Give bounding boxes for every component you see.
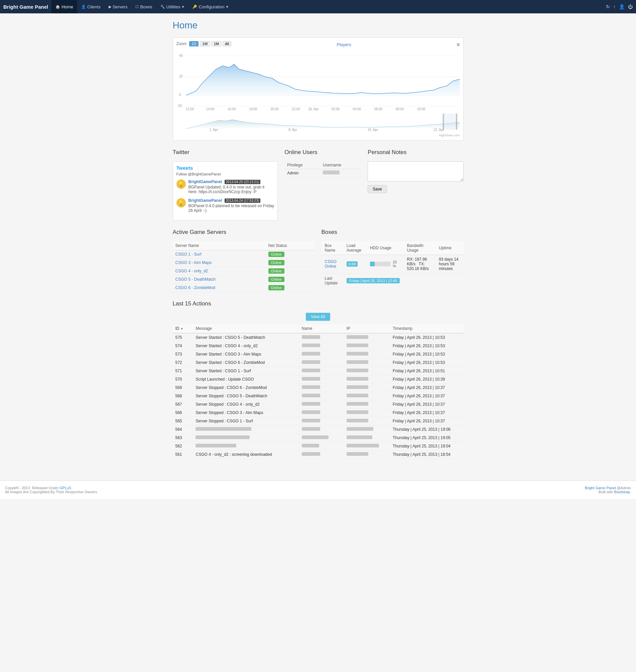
nav-boxes-label: Boxes — [140, 4, 152, 9]
tweet-date-1: 2013-04-24 (17:53:23) — [224, 198, 261, 203]
load-badge: 0.68 — [346, 261, 358, 266]
zoom-1w[interactable]: 1W — [200, 41, 210, 46]
user-icon[interactable]: 👤 — [619, 4, 624, 9]
action-row: 571 Server Started : CSGO 1 - Surf Frida… — [173, 367, 463, 375]
blurred-name — [302, 402, 320, 406]
last-update-label: Last Update — [321, 273, 343, 289]
nav-boxes[interactable]: ☐ Boxes — [131, 0, 156, 13]
tweet-icon-0: 💡 — [177, 179, 186, 189]
action-row: 562 Thursday | April 25, 2013 | 19:04 — [173, 442, 463, 451]
personal-notes-column: Personal Notes Save — [367, 149, 463, 220]
boxes-col-bw: Bandwith Usage — [404, 241, 436, 255]
server-row: CSGO 6 - ZombieMod Online — [173, 284, 315, 292]
footer-admin: @Admin — [617, 486, 631, 490]
blurred-ip — [346, 385, 368, 389]
action-message: Script Launched : Update CSGO — [193, 375, 299, 383]
action-message: Server Stopped : CSGO 5 - DeathMatch — [193, 392, 299, 400]
notes-textarea[interactable] — [367, 161, 463, 181]
action-row: 566 Server Stopped : CSGO 3 - Aim Maps F… — [173, 409, 463, 417]
blurred-msg — [196, 444, 236, 448]
blurred-ip — [346, 410, 368, 414]
box-load: 0.68 — [343, 255, 366, 273]
col-timestamp[interactable]: Timestamp — [390, 324, 463, 333]
action-timestamp: Friday | April 26, 2013 | 10:51 — [390, 367, 463, 375]
blurred-name — [302, 343, 320, 347]
action-timestamp: Thursday | April 25, 2013 | 18:54 — [390, 451, 463, 459]
tweet-1: 💡 BrightGamePanel 2013-04-24 (17:53:23) … — [177, 198, 274, 213]
online-users-table: Privilege Username Admin — [284, 161, 361, 177]
nav-home[interactable]: 🏠 Home — [52, 0, 77, 13]
nav-servers[interactable]: ▶ Servers — [105, 0, 132, 13]
chart-main-svg: 40 20 0 -20 12:00 14:00 16:00 18:0 — [177, 51, 460, 111]
server-name-link[interactable]: CSGO 3 - Aim Maps — [176, 260, 212, 265]
box-name-link[interactable]: CSGO Online — [325, 259, 337, 269]
footer-brand-link[interactable]: Bright Game Panel — [585, 486, 616, 490]
tweet-user-0[interactable]: BrightGamePanel — [188, 179, 222, 184]
nav-config-label: Configuration — [199, 4, 224, 9]
action-message: Server Stopped : CSGO 3 - Aim Maps — [193, 409, 299, 417]
refresh-icon[interactable]: ↻ — [606, 4, 610, 9]
servers-col-status: Net Status — [266, 241, 315, 250]
bootstrap-link[interactable]: Bootstrap. — [614, 490, 631, 494]
col-name[interactable]: Name — [299, 324, 344, 333]
power-icon[interactable]: ⏻ — [628, 4, 633, 9]
twitter-follow[interactable]: Follow @BrightGamePanel — [177, 172, 274, 176]
status-badge: Online — [269, 277, 284, 282]
nav-clients[interactable]: 👤 Clients — [77, 0, 105, 13]
server-name-link[interactable]: CSGO 6 - ZombieMod — [176, 285, 215, 290]
server-row: CSGO 1 - Surf Online — [173, 250, 315, 259]
blurred-name — [302, 410, 320, 414]
col-ip[interactable]: IP — [344, 324, 390, 333]
action-timestamp: Thursday | April 25, 2013 | 19:04 — [390, 442, 463, 451]
user-privilege: Admin — [284, 169, 320, 177]
save-button[interactable]: Save — [367, 185, 387, 193]
action-message: Server Stopped : CSGO 4 - only_d2 — [193, 400, 299, 409]
action-ip — [344, 367, 390, 375]
action-message: Server Started : CSGO 6 - ZombieMod — [193, 359, 299, 367]
footer-right-line1: Bright Game Panel @Admin — [585, 486, 631, 490]
status-badge: Online — [269, 252, 284, 257]
box-bandwidth: RX: 197.96 KB/s TX: 520.16 KB/s — [404, 255, 436, 273]
actions-title: Last 15 Actions — [173, 300, 463, 309]
action-row: 563 Thursday | April 25, 2013 | 19:05 — [173, 434, 463, 442]
svg-text:26. Apr: 26. Apr — [308, 107, 319, 111]
action-row: 568 Server Stopped : CSGO 5 - DeathMatch… — [173, 392, 463, 400]
action-id: 563 — [173, 434, 193, 442]
zoom-1d[interactable]: 1D — [189, 41, 199, 46]
hdd-bar-fill — [370, 262, 375, 266]
blurred-ip — [346, 360, 368, 364]
action-ip — [344, 442, 390, 451]
action-id: 571 — [173, 367, 193, 375]
nav-utilities[interactable]: 🔧 Utilities ▼ — [156, 0, 189, 13]
action-timestamp: Friday | April 26, 2013 | 10:53 — [390, 333, 463, 342]
gpl-link[interactable]: GPLv3. — [59, 486, 72, 490]
action-timestamp: Friday | April 26, 2013 | 10:37 — [390, 409, 463, 417]
action-name — [299, 367, 344, 375]
col-id[interactable]: ID ▼ — [173, 324, 193, 333]
tweet-user-1[interactable]: BrightGamePanel — [188, 198, 222, 203]
col-message[interactable]: Message — [193, 324, 299, 333]
server-status-cell: Online — [266, 275, 315, 284]
hdd-label: 22 % — [393, 260, 400, 268]
server-name-link[interactable]: CSGO 4 - only_d2 — [176, 269, 208, 273]
blurred-name — [302, 377, 320, 381]
action-row: 564 Thursday | April 25, 2013 | 19:06 — [173, 426, 463, 434]
svg-text:20:00: 20:00 — [271, 107, 279, 111]
zoom-1m[interactable]: 1M — [212, 41, 221, 46]
svg-text:0: 0 — [179, 93, 181, 97]
view-all-button[interactable]: View All — [306, 313, 331, 321]
chart-menu-icon[interactable]: ≡ — [457, 42, 459, 48]
server-name-link[interactable]: CSGO 5 - DeathMatch — [176, 277, 216, 282]
active-servers-column: Active Game Servers Server Name Net Stat… — [173, 229, 315, 292]
page-title: Home — [173, 20, 463, 31]
server-name-link[interactable]: CSGO 1 - Surf — [176, 252, 201, 257]
action-id: 562 — [173, 442, 193, 451]
nav-configuration[interactable]: 🔑 Configuration ▼ — [188, 0, 233, 13]
footer-right-line2: Built with Bootstrap. — [585, 490, 631, 494]
nav-home-label: Home — [61, 4, 73, 9]
blurred-name — [302, 385, 320, 389]
svg-text:14:00: 14:00 — [206, 107, 214, 111]
zoom-all[interactable]: All — [223, 41, 231, 46]
boxes-col-uptime: Uptime — [436, 241, 463, 255]
upload-icon[interactable]: ↑ — [613, 4, 616, 9]
